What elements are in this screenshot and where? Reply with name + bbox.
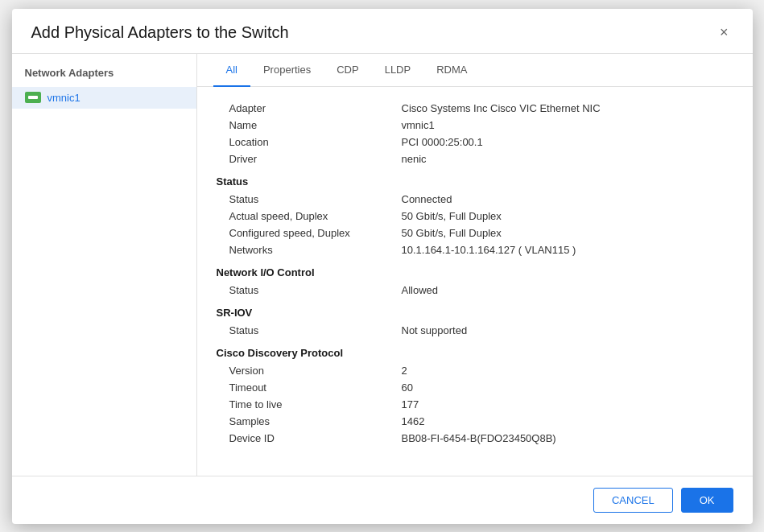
- dialog-header: Add Physical Adapters to the Switch ×: [12, 9, 753, 54]
- label-driver: Driver: [217, 153, 402, 165]
- dialog: Add Physical Adapters to the Switch × Ne…: [12, 9, 753, 524]
- row-status: Status Connected: [217, 191, 733, 208]
- dialog-footer: CANCEL OK: [12, 476, 753, 524]
- row-cdp-samples: Samples 1462: [217, 413, 733, 430]
- label-nioc-status: Status: [217, 284, 402, 296]
- sidebar-item-label: vmnic1: [47, 92, 81, 104]
- value-adapter: Cisco Systems Inc Cisco VIC Ethernet NIC: [402, 102, 733, 114]
- section-header-status: Status: [217, 167, 733, 191]
- value-location: PCI 0000:25:00.1: [402, 136, 733, 148]
- section-header-sriov: SR-IOV: [217, 299, 733, 322]
- dialog-body: Network Adapters vmnic1 All Properties C…: [12, 54, 753, 476]
- label-status: Status: [217, 193, 402, 205]
- close-button[interactable]: ×: [715, 23, 733, 41]
- label-name: Name: [217, 119, 402, 131]
- value-status: Connected: [402, 193, 733, 205]
- label-location: Location: [217, 136, 402, 148]
- row-actual-speed: Actual speed, Duplex 50 Gbit/s, Full Dup…: [217, 208, 733, 225]
- label-cdp-timeout: Timeout: [217, 381, 402, 394]
- tab-lldp[interactable]: LLDP: [372, 54, 424, 87]
- main-content: All Properties CDP LLDP RDMA Adapter Cis…: [197, 54, 753, 476]
- row-nioc-status: Status Allowed: [217, 282, 733, 299]
- label-sriov-status: Status: [217, 324, 402, 336]
- row-cdp-version: Version 2: [217, 362, 733, 379]
- section-header-cdp: Cisco Discovery Protocol: [217, 339, 733, 362]
- row-cdp-device-id: Device ID BB08-FI-6454-B(FDO23450Q8B): [217, 430, 733, 447]
- value-cdp-ttl: 177: [402, 398, 733, 410]
- cancel-button[interactable]: CANCEL: [593, 488, 673, 513]
- value-configured-speed: 50 Gbit/s, Full Duplex: [402, 227, 733, 239]
- value-sriov-status: Not supported: [402, 324, 733, 336]
- row-networks: Networks 10.1.164.1-10.1.164.127 ( VLAN1…: [217, 241, 733, 258]
- sidebar-title: Network Adapters: [12, 67, 196, 87]
- tab-content-all: Adapter Cisco Systems Inc Cisco VIC Ethe…: [197, 87, 753, 476]
- row-cdp-timeout: Timeout 60: [217, 379, 733, 396]
- label-adapter: Adapter: [217, 102, 402, 114]
- info-table: Adapter Cisco Systems Inc Cisco VIC Ethe…: [217, 100, 733, 447]
- label-networks: Networks: [217, 244, 402, 256]
- value-driver: nenic: [402, 153, 733, 165]
- value-actual-speed: 50 Gbit/s, Full Duplex: [402, 210, 733, 222]
- tab-all[interactable]: All: [213, 54, 250, 87]
- section-header-nioc: Network I/O Control: [217, 258, 733, 282]
- tab-cdp[interactable]: CDP: [324, 54, 371, 87]
- label-cdp-ttl: Time to live: [217, 398, 402, 410]
- nic-icon: [25, 92, 41, 103]
- row-adapter: Adapter Cisco Systems Inc Cisco VIC Ethe…: [217, 100, 733, 117]
- ok-button[interactable]: OK: [681, 488, 733, 513]
- value-cdp-device-id: BB08-FI-6454-B(FDO23450Q8B): [402, 432, 733, 444]
- label-actual-speed: Actual speed, Duplex: [217, 210, 402, 222]
- tab-properties[interactable]: Properties: [250, 54, 324, 87]
- sidebar: Network Adapters vmnic1: [12, 54, 197, 476]
- value-networks: 10.1.164.1-10.1.164.127 ( VLAN115 ): [402, 244, 733, 256]
- tab-rdma[interactable]: RDMA: [423, 54, 480, 87]
- value-name: vmnic1: [402, 119, 733, 131]
- value-cdp-samples: 1462: [402, 415, 733, 427]
- label-configured-speed: Configured speed, Duplex: [217, 227, 402, 239]
- dialog-title: Add Physical Adapters to the Switch: [31, 23, 289, 42]
- label-cdp-samples: Samples: [217, 415, 402, 427]
- tabs: All Properties CDP LLDP RDMA: [197, 54, 753, 87]
- value-cdp-version: 2: [402, 365, 733, 377]
- row-name: Name vmnic1: [217, 117, 733, 134]
- row-cdp-ttl: Time to live 177: [217, 396, 733, 413]
- label-cdp-device-id: Device ID: [217, 432, 402, 444]
- value-nioc-status: Allowed: [402, 284, 733, 296]
- row-driver: Driver nenic: [217, 151, 733, 167]
- value-cdp-timeout: 60: [402, 381, 733, 394]
- row-sriov-status: Status Not supported: [217, 322, 733, 339]
- label-cdp-version: Version: [217, 365, 402, 377]
- row-location: Location PCI 0000:25:00.1: [217, 134, 733, 151]
- sidebar-item-vmnic1[interactable]: vmnic1: [12, 87, 196, 109]
- row-configured-speed: Configured speed, Duplex 50 Gbit/s, Full…: [217, 225, 733, 241]
